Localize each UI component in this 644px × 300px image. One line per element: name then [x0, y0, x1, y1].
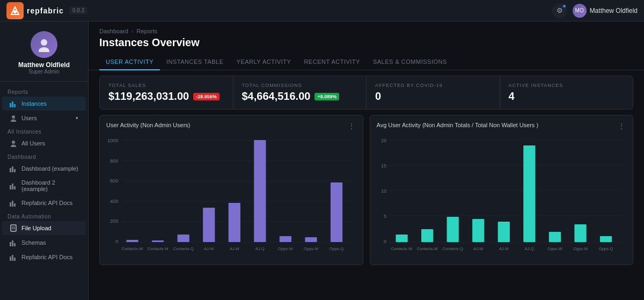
svg-rect-4 — [10, 103, 11, 107]
svg-text:AJ-M: AJ-M — [499, 246, 508, 251]
stat-affected-covid: AFFECTED BY COVID-19 0 — [367, 76, 500, 109]
repfabric-api-docs-label: Repfabric API Docs — [21, 200, 72, 206]
dashboard-icon-1 — [10, 165, 17, 172]
svg-text:Opps-W: Opps-W — [278, 246, 294, 251]
chart1-menu-button[interactable]: ⋮ — [347, 122, 356, 130]
sidebar-item-instances[interactable]: Instances — [2, 97, 86, 111]
svg-text:Contacts-W: Contacts-W — [122, 246, 143, 251]
sidebar-item-repfabric-api-docs[interactable]: Repfabric API Docs — [2, 196, 86, 210]
user-activity-chart-card: User Activity (Non Admin Users) ⋮ 1000 8… — [99, 115, 363, 265]
chart2-menu-button[interactable]: ⋮ — [617, 122, 626, 130]
svg-text:1000: 1000 — [107, 138, 118, 143]
svg-rect-75 — [548, 232, 560, 242]
svg-text:10: 10 — [381, 188, 386, 194]
sidebar-profile: Matthew Oldfield Super Admin — [0, 27, 88, 82]
svg-point-2 — [41, 39, 47, 46]
svg-rect-70 — [421, 229, 433, 242]
svg-rect-19 — [14, 203, 16, 207]
sidebar-item-dashboard2-example[interactable]: Dashboard 2 (example) — [2, 176, 86, 195]
logo-icon — [6, 2, 24, 19]
svg-rect-23 — [10, 242, 11, 246]
breadcrumb-separator: › — [131, 28, 134, 34]
total-commissions-badge: +8.889% — [314, 93, 339, 100]
svg-rect-25 — [14, 243, 16, 246]
file-upload-icon — [10, 224, 17, 232]
sidebar-item-schemas[interactable]: Schemas — [2, 236, 86, 250]
svg-point-3 — [39, 47, 49, 52]
main-layout: Matthew Oldfield Super Admin Reports Ins… — [0, 21, 644, 300]
affected-covid-label: AFFECTED BY COVID-19 — [375, 83, 491, 88]
total-commissions-value: $4,664,516.00 +8.889% — [242, 90, 358, 103]
user-name-label: Matthew Oldfield — [590, 7, 638, 14]
section-label-dashboard: Dashboard — [0, 151, 88, 161]
svg-rect-41 — [126, 240, 138, 242]
sidebar-item-users[interactable]: Users ▾ — [2, 111, 86, 125]
tab-user-activity[interactable]: USER ACTIVITY — [99, 54, 160, 70]
svg-text:Contacts-M: Contacts-M — [148, 246, 169, 251]
user-info: MO Matthew Oldfield — [573, 4, 638, 18]
svg-rect-73 — [497, 222, 509, 242]
svg-text:5: 5 — [384, 214, 386, 219]
svg-text:Opps-Q: Opps-Q — [330, 246, 344, 251]
total-sales-label: TOTAL SALES — [108, 83, 224, 88]
total-sales-value: $119,263,031.00 -28.656% — [108, 90, 224, 103]
svg-rect-76 — [574, 224, 586, 242]
logo-text: repfabric — [27, 6, 64, 15]
tab-bar: USER ACTIVITY INSTANCES TABLE YEARLY ACT… — [89, 54, 644, 70]
sidebar-item-file-upload[interactable]: File Upload — [2, 221, 86, 235]
instances-label: Instances — [21, 100, 47, 107]
profile-name: Matthew Oldfield — [18, 61, 70, 69]
svg-text:Contacts-W: Contacts-W — [391, 246, 412, 251]
breadcrumb-dashboard[interactable]: Dashboard — [99, 28, 128, 34]
svg-rect-44 — [203, 208, 215, 242]
svg-text:AJ-M: AJ-M — [230, 246, 239, 251]
dashboard-icon-2 — [10, 182, 17, 189]
svg-text:0: 0 — [115, 239, 118, 244]
svg-point-9 — [12, 141, 15, 144]
chart2-header: Avg User Activity (Non Admin Totals / To… — [377, 122, 627, 130]
svg-rect-72 — [472, 219, 484, 242]
main-content: Dashboard › Reports Instances Overview U… — [89, 21, 644, 300]
avg-user-activity-bar-chart: 20 15 10 5 0 — [377, 135, 627, 258]
affected-covid-value: 0 — [375, 90, 491, 103]
tab-yearly-activity[interactable]: YEARLY ACTIVITY — [230, 54, 298, 70]
svg-rect-24 — [12, 240, 13, 246]
svg-text:Opps-W: Opps-W — [547, 246, 563, 251]
total-commissions-label: TOTAL COMMISSIONS — [242, 83, 358, 88]
api-docs-icon — [10, 199, 17, 207]
page-header: Dashboard › Reports Instances Overview — [89, 21, 644, 49]
svg-rect-26 — [10, 257, 11, 261]
sidebar-item-repfabric-api-docs2[interactable]: Repfabric API Docs — [2, 250, 86, 264]
api-docs2-icon — [10, 253, 17, 261]
profile-role: Super Admin — [28, 69, 59, 75]
svg-rect-77 — [599, 236, 611, 242]
svg-rect-18 — [12, 201, 13, 207]
tab-instances-table[interactable]: INSTANCES TABLE — [160, 54, 230, 70]
avatar: MO — [573, 4, 587, 18]
user-all-icon — [10, 140, 17, 147]
sidebar-item-all-users[interactable]: All Users — [2, 136, 86, 150]
svg-rect-11 — [10, 168, 11, 172]
svg-text:0: 0 — [384, 239, 386, 244]
svg-rect-28 — [14, 258, 16, 261]
tab-recent-activity[interactable]: RECENT ACTIVITY — [297, 54, 366, 70]
svg-text:600: 600 — [110, 178, 118, 184]
svg-text:AJ-Q: AJ-Q — [524, 246, 533, 251]
svg-rect-46 — [254, 140, 266, 242]
active-instances-number: 4 — [509, 90, 515, 103]
svg-rect-13 — [14, 169, 16, 172]
svg-rect-45 — [229, 203, 240, 242]
stat-active-instances: ACTIVE INSTANCES 4 — [500, 76, 634, 109]
bar-chart-icon — [10, 100, 17, 107]
settings-button[interactable]: ⚙ — [552, 3, 567, 18]
svg-point-10 — [11, 145, 16, 148]
svg-point-7 — [12, 115, 15, 119]
chart2-title: Avg User Activity (Non Admin Totals / To… — [377, 122, 539, 128]
svg-rect-42 — [152, 240, 164, 242]
svg-rect-16 — [14, 186, 16, 189]
file-upload-label: File Upload — [21, 225, 52, 231]
sidebar-item-dashboard-example[interactable]: Dashboard (example) — [2, 162, 86, 175]
schemas-icon — [10, 239, 17, 246]
tab-sales-commissions[interactable]: SALES & COMMISSIONS — [367, 54, 453, 70]
svg-rect-6 — [14, 104, 16, 107]
